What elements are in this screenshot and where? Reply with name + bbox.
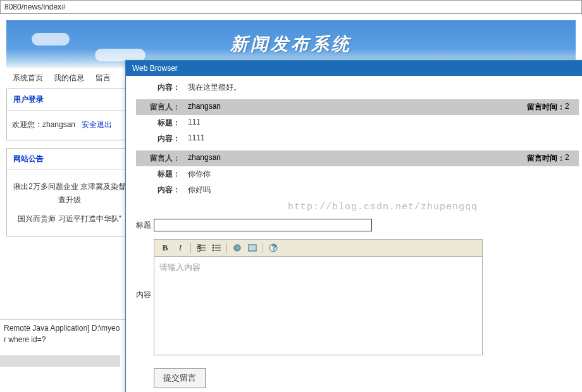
- web-browser-window: Web Browser 内容： 我在这里很好。 留言人： zhangsan 留言…: [125, 60, 582, 392]
- title-input[interactable]: [154, 219, 372, 231]
- site-title: 新闻发布系统: [230, 32, 352, 56]
- svg-text:3: 3: [197, 245, 201, 252]
- editor-toolbar: B I 123: [154, 240, 482, 257]
- person-label: 留言人：: [136, 153, 188, 164]
- editor-textarea[interactable]: 请输入内容: [154, 257, 482, 355]
- italic-button[interactable]: I: [173, 242, 187, 254]
- image-icon[interactable]: [245, 242, 259, 254]
- link-icon[interactable]: [230, 242, 244, 254]
- svg-point-14: [251, 247, 252, 248]
- title-label: 标题：: [136, 169, 188, 180]
- message-person: zhangsan: [188, 153, 508, 164]
- message-title: 你你你: [188, 169, 579, 180]
- message-time: 2: [565, 153, 579, 164]
- message-header-row: 留言人： zhangsan 留言时间： 2: [136, 99, 579, 115]
- form-title-label: 标题: [136, 219, 154, 231]
- svg-point-7: [213, 247, 214, 249]
- login-panel: 用户登录 欢迎您：zhangsan 安全退出: [6, 89, 133, 140]
- message-header-row: 留言人： zhangsan 留言时间： 2: [136, 150, 579, 166]
- form-content-label: 内容: [136, 239, 154, 300]
- title-label: 标题：: [136, 118, 188, 128]
- nav-home[interactable]: 系统首页: [13, 73, 43, 82]
- watermark: http://blog.csdn.net/zhupengqq: [136, 202, 579, 212]
- toolbar-separator: [226, 243, 227, 253]
- person-label: 留言人：: [136, 102, 188, 113]
- svg-point-6: [213, 245, 214, 247]
- unordered-list-icon[interactable]: [209, 242, 223, 254]
- logout-link[interactable]: 安全退出: [82, 120, 112, 129]
- notice-item[interactable]: 揪出2万多问题企业 京津冀及染督查升级: [12, 178, 127, 210]
- nav-message[interactable]: 留言: [96, 73, 111, 82]
- content-label: 内容：: [136, 185, 188, 195]
- nav-myinfo[interactable]: 我的信息: [54, 73, 84, 82]
- svg-point-12: [234, 245, 240, 251]
- notice-panel-title: 网站公告: [7, 149, 132, 170]
- bold-button[interactable]: B: [158, 242, 172, 254]
- help-icon[interactable]: ?: [266, 242, 280, 254]
- content-value: 我在这里很好。: [188, 82, 579, 93]
- time-label: 留言时间：: [508, 153, 565, 164]
- svg-text:?: ?: [272, 243, 276, 252]
- bottom-bar: [0, 355, 120, 367]
- welcome-prefix: 欢迎您：: [12, 120, 42, 129]
- svg-point-8: [213, 250, 214, 252]
- submit-button[interactable]: 提交留言: [154, 368, 206, 388]
- address-bar[interactable]: 8080/news/index#: [0, 0, 582, 14]
- notice-item[interactable]: 国兴而贵师 习近平打造中华队": [12, 210, 127, 229]
- time-label: 留言时间：: [508, 102, 565, 113]
- content-label: 内容：: [136, 133, 188, 144]
- message-person: zhangsan: [188, 102, 508, 113]
- message-content: 1111: [188, 133, 579, 144]
- login-panel-body: 欢迎您：zhangsan 安全退出: [7, 111, 132, 140]
- ordered-list-icon[interactable]: 123: [194, 242, 208, 254]
- message-title: 111: [188, 118, 579, 128]
- username: zhangsan: [42, 120, 75, 129]
- cloud-decoration: [95, 49, 146, 61]
- svg-rect-13: [249, 245, 256, 251]
- message-content: 你好吗: [188, 185, 579, 195]
- message-time: 2: [565, 102, 579, 113]
- toolbar-separator: [190, 243, 191, 253]
- toolbar-separator: [263, 243, 263, 253]
- web-browser-titlebar[interactable]: Web Browser: [126, 61, 582, 76]
- login-panel-title: 用户登录: [7, 89, 132, 111]
- rich-text-editor: B I 123: [154, 239, 483, 355]
- cloud-decoration: [32, 33, 70, 46]
- notice-panel: 网站公告 揪出2万多问题企业 京津冀及染督查升级 国兴而贵师 习近平打造中华队": [6, 148, 133, 237]
- content-label: 内容：: [136, 82, 188, 93]
